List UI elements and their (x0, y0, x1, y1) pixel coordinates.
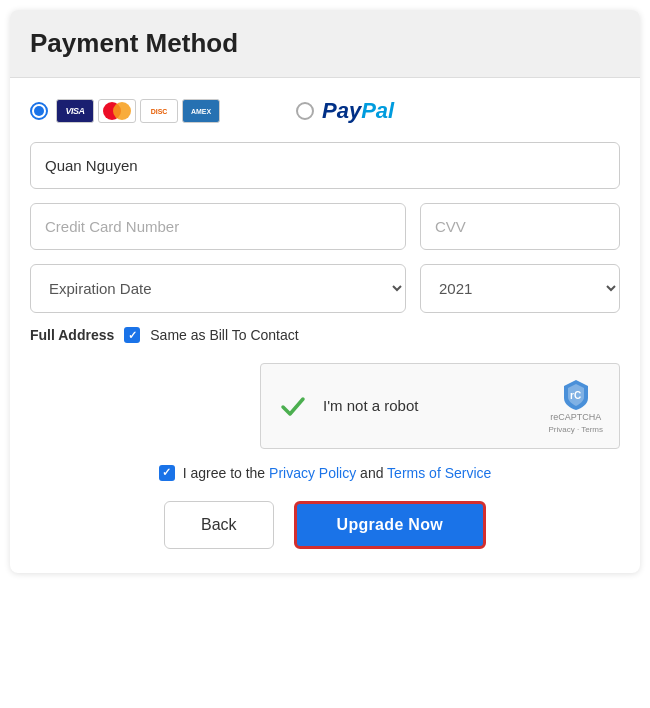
terms-of-service-link[interactable]: Terms of Service (387, 465, 491, 481)
agree-checkbox[interactable] (159, 465, 175, 481)
paypal-radio[interactable] (296, 102, 314, 120)
visa-icon: VISA (56, 99, 94, 123)
recaptcha-right: rC reCAPTCHA Privacy · Terms (548, 378, 603, 434)
discover-icon: DISC (140, 99, 178, 123)
cvv-input[interactable] (420, 203, 620, 250)
recaptcha-left: I'm not a robot (277, 390, 418, 422)
back-button[interactable]: Back (164, 501, 274, 549)
recaptcha-text: I'm not a robot (323, 397, 418, 414)
year-select[interactable]: 2020 2021 2022 2023 2024 2025 (420, 264, 620, 313)
credit-card-number-input[interactable] (30, 203, 406, 250)
card-header: Payment Method (10, 10, 640, 78)
address-label: Full Address (30, 327, 114, 343)
recaptcha-logo-icon: rC (560, 378, 592, 410)
mastercard-icon (98, 99, 136, 123)
amex-icon: AMEX (182, 99, 220, 123)
credit-card-option[interactable]: VISA DISC AMEX (30, 99, 220, 123)
paypal-label: PayPal (322, 98, 394, 124)
recaptcha-links: Privacy · Terms (548, 425, 603, 434)
recaptcha-terms-link[interactable]: Terms (581, 425, 603, 434)
action-row: Back Upgrade Now (30, 501, 620, 549)
same-address-text: Same as Bill To Contact (150, 327, 298, 343)
recaptcha-check-icon (277, 390, 309, 422)
upgrade-now-button[interactable]: Upgrade Now (294, 501, 486, 549)
terms-row: I agree to the Privacy Policy and Terms … (30, 465, 620, 481)
cardholder-name-input[interactable] (30, 142, 620, 189)
privacy-policy-link[interactable]: Privacy Policy (269, 465, 356, 481)
recaptcha-privacy-link[interactable]: Privacy (548, 425, 574, 434)
recaptcha-box[interactable]: I'm not a robot rC reCAPTCHA Privacy · T… (260, 363, 620, 449)
card-icons: VISA DISC AMEX (56, 99, 220, 123)
address-row: Full Address Same as Bill To Contact (30, 327, 620, 343)
payment-method-card: Payment Method VISA DISC AMEX (10, 10, 640, 573)
expiration-row: Expiration Date January February March A… (30, 264, 620, 313)
card-body: VISA DISC AMEX PayPal (10, 78, 640, 573)
paypal-option[interactable]: PayPal (296, 98, 394, 124)
recaptcha-brand-text: reCAPTCHA (550, 412, 601, 423)
expiration-date-select[interactable]: Expiration Date January February March A… (30, 264, 406, 313)
svg-text:rC: rC (570, 390, 581, 401)
credit-card-radio[interactable] (30, 102, 48, 120)
payment-type-row: VISA DISC AMEX PayPal (30, 98, 620, 124)
card-number-cvv-row (30, 203, 620, 250)
terms-text: I agree to the Privacy Policy and Terms … (183, 465, 492, 481)
same-address-checkbox[interactable] (124, 327, 140, 343)
page-title: Payment Method (30, 28, 620, 59)
